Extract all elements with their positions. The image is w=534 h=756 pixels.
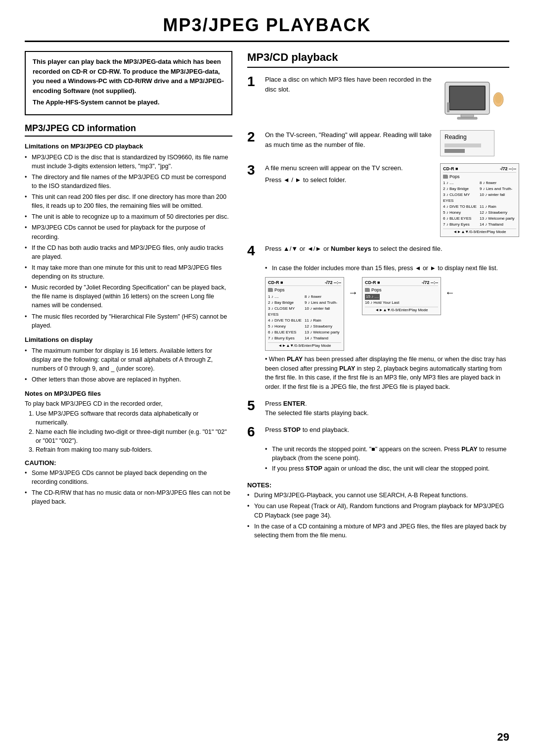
step-4: 4 Press ▲/▼ or ◄/► or Number keys to sel… [247, 244, 509, 392]
file-item: 12 ♪ Strawberry [305, 324, 341, 330]
step-2: 2 On the TV-screen, "Reading" will appea… [247, 130, 509, 156]
list-item: Music recorded by "Joliet Recording Spec… [25, 283, 232, 310]
list-item: You can use Repeat (Track or All), Rando… [247, 502, 509, 520]
file-item: 1 ♪ .... [268, 294, 305, 300]
svg-point-6 [495, 94, 502, 103]
file-item-highlighted: 15 ♪ .... [365, 294, 380, 300]
page-title: MP3/JPEG PLAYBACK [25, 15, 509, 42]
arrow-right: → [348, 277, 358, 298]
page: MP3/JPEG PLAYBACK This player can play b… [0, 0, 534, 756]
folder-icon-2b [365, 288, 370, 292]
file-item: 13 ♪ Welcome party [305, 330, 341, 335]
step-6: 6 Press STOP to end playback. The unit r… [247, 425, 509, 474]
screens-comparison: CD-R ■ -/72 --:-- Pops 1 ♪ ....8 ♪ flowe… [265, 277, 509, 351]
step-5-number: 5 [247, 399, 259, 413]
file-item: 6 ♪ BLUE EYES [443, 216, 480, 222]
list-item: The music files recorded by "Hierarchica… [25, 312, 232, 330]
cd-screen-header: CD-R ■ -/72 --:-- [443, 166, 516, 173]
file-item: 10 ♪ winter fall [305, 306, 341, 318]
file-item: 16 ♪ Hold Your Last [365, 300, 399, 305]
file-item: 8 ♪ flower [305, 294, 341, 300]
file-item: 10 ♪ winter fall [480, 192, 516, 204]
reading-screen: Reading [440, 130, 494, 156]
step-5: 5 Press ENTER. The selected file starts … [247, 399, 509, 418]
list-item: The maximum number for display is 16 let… [25, 346, 232, 373]
notes-label: NOTES: [247, 481, 509, 489]
mp3cd-section-title: MP3/CD playback [247, 51, 509, 68]
list-item: The unit is able to recognize up to a ma… [25, 212, 232, 221]
list-item: In the case of a CD containing a mixture… [247, 522, 509, 540]
step-4-number: 4 [247, 244, 259, 258]
step-3-image: CD-R ■ -/72 --:-- Pops 1 ♪ ....8 ♪ flowe… [440, 163, 509, 237]
file-item: 4 ♪ DIVE TO BLUE [268, 318, 305, 324]
step-4-content: Press ▲/▼ or ◄/► or Number keys to selec… [265, 244, 443, 258]
folder-icon-2a [268, 288, 273, 292]
list-item: The directory and file names of the MP3/… [25, 173, 232, 190]
svg-rect-4 [457, 117, 477, 119]
file-item: 3 ♪ CLOSE MY EYES [443, 192, 480, 204]
file-item: 11 ♪ Rain [480, 204, 516, 210]
intro-hfs-warning: The Apple-HFS-System cannot be played. [33, 97, 224, 107]
step-2-number: 2 [247, 130, 259, 144]
page-number: 29 [497, 731, 509, 744]
file-item: 1 ♪ .... [443, 180, 480, 186]
step-5-content: Press ENTER. The selected file starts pl… [265, 399, 509, 418]
play-note: • When PLAY has been pressed after displ… [265, 355, 509, 392]
file-item: 5 ♪ Honey [268, 324, 305, 330]
nav-bar-2b: ◄►▲▼/0-9/Enter/Play Mode [365, 307, 438, 313]
cd-nav-bar: ◄►▲▼/0-9/Enter/Play Mode [443, 229, 516, 235]
reading-progress-bar-2 [445, 149, 465, 153]
intro-text: This player can play back the MP3/JPEG-d… [33, 57, 224, 95]
file-item: 4 ♪ DIVE TO BLUE [443, 204, 480, 210]
folder-name-2b: Pops [371, 287, 382, 293]
step-3-main-text: A file menu screen will appear on the TV… [265, 163, 434, 173]
step-4-bullet: In case the folder includes more than 15… [265, 264, 509, 273]
folder-name: Pops [449, 174, 460, 180]
section-title-left: MP3/JPEG CD information [25, 123, 232, 137]
file-item: 2 ♪ Bay Bridge [443, 186, 480, 192]
svg-rect-2 [450, 87, 485, 109]
file-item: 9 ♪ Lies and Truth- [305, 300, 341, 306]
step-4-top: 4 Press ▲/▼ or ◄/► or Number keys to sel… [247, 244, 443, 258]
list-item: It may take more than one minute for thi… [25, 263, 232, 281]
display-title: Limitations on display [25, 336, 232, 343]
cd-label-2a: CD-R ■ [268, 280, 283, 286]
right-column: MP3/CD playback 1 Place a disc on which … [247, 51, 509, 543]
file-item: 13 ♪ Welcome party [480, 216, 516, 222]
notes-files-intro: To play back MP3/JPEG CD in the recorded… [25, 400, 232, 407]
step-1-content: Place a disc on which MP3 files have bee… [265, 75, 434, 94]
file-list-2a: 1 ♪ ....8 ♪ flower 2 ♪ Bay Bridge9 ♪ Lie… [268, 294, 341, 341]
file-item: 2 ♪ Bay Bridge [268, 300, 305, 306]
notes-section: NOTES: During MP3/JPEG-Playback, you can… [247, 481, 509, 540]
svg-rect-7 [447, 102, 449, 112]
step-3-content: A file menu screen will appear on the TV… [265, 163, 434, 185]
step-6-top: 6 Press STOP to end playback. [247, 425, 349, 439]
cd-screen-1: CD-R ■ -/72 --:-- Pops 1 ♪ ....8 ♪ flowe… [440, 163, 519, 237]
intro-box: This player can play back the MP3/JPEG-d… [25, 51, 232, 115]
list-item: This unit can read 200 files per disc. I… [25, 192, 232, 210]
step-1-image [440, 75, 509, 123]
step-6-details: The unit records the stopped point. "■" … [247, 445, 509, 474]
caution-label: CAUTION: [25, 459, 232, 467]
folder-icon [443, 175, 448, 179]
file-item: 3 ♪ CLOSE MY EYES [268, 306, 305, 318]
step-5-sub: The selected file starts playing back. [265, 408, 509, 418]
step-1-number: 1 [247, 75, 259, 89]
notes-files-title: Notes on MP3/JPEG files [25, 390, 232, 397]
step-3-sub-text: Press ◄ / ► to select folder. [265, 175, 434, 185]
cd-time: -/72 --:-- [500, 166, 516, 172]
svg-rect-3 [461, 114, 474, 117]
step-3: 3 A file menu screen will appear on the … [247, 163, 509, 237]
file-item: 9 ♪ Lies and Truth- [480, 186, 516, 192]
step-6-number: 6 [247, 425, 259, 439]
arrow-left: → [445, 277, 455, 298]
tv-illustration [440, 75, 504, 122]
list-item: During MP3/JPEG-Playback, you cannot use… [247, 491, 509, 500]
list-item: MP3/JPEG CD is the disc that is standard… [25, 153, 232, 171]
left-column: This player can play back the MP3/JPEG-d… [25, 51, 232, 543]
nav-bar-2a: ◄►▲▼/0-9/Enter/Play Mode [268, 342, 341, 348]
reading-progress-bar [445, 143, 481, 147]
cd-label: CD-R ■ [443, 166, 458, 172]
folder-row-2b: Pops [365, 287, 438, 293]
folder-name-2a: Pops [274, 287, 285, 293]
